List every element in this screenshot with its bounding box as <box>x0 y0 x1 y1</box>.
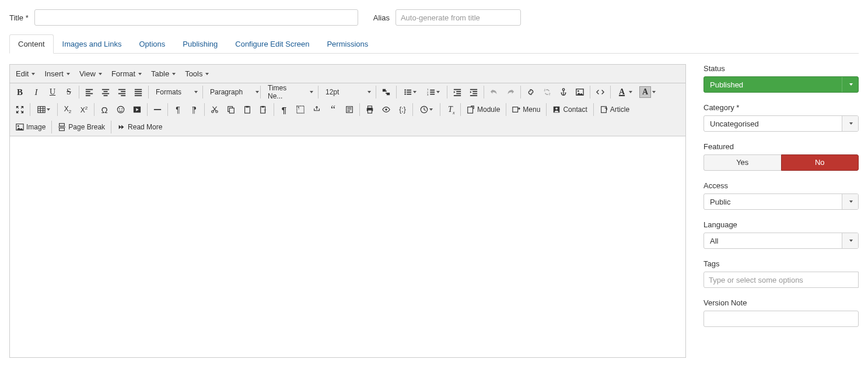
source-code-button[interactable] <box>592 85 608 100</box>
highlight-color-button[interactable]: A <box>636 85 659 100</box>
formats-select[interactable]: Formats <box>150 85 201 100</box>
clear-format-button[interactable]: Tx <box>442 102 459 117</box>
featured-yes[interactable]: Yes <box>704 154 781 171</box>
menu-table[interactable]: Table <box>148 66 179 81</box>
numbered-list-button[interactable]: 123 <box>422 85 445 100</box>
underline-button[interactable]: U <box>44 85 61 100</box>
editor-content-area[interactable] <box>9 136 686 358</box>
featured-no[interactable]: No <box>781 154 859 171</box>
tab-configure-edit[interactable]: Configure Edit Screen <box>226 34 318 54</box>
version-note-input[interactable] <box>704 311 859 327</box>
print-button[interactable] <box>362 102 378 117</box>
svg-rect-39 <box>60 124 65 126</box>
category-label: Category * <box>704 103 859 112</box>
svg-rect-27 <box>368 106 372 108</box>
italic-button[interactable]: I <box>28 85 44 100</box>
menu-format[interactable]: Format <box>108 66 145 81</box>
align-center-button[interactable] <box>97 85 114 100</box>
emoji-button[interactable] <box>113 102 129 117</box>
cut-button[interactable] <box>206 102 223 117</box>
status-select[interactable]: Published <box>704 76 859 93</box>
title-input[interactable] <box>34 9 358 26</box>
svg-rect-33 <box>513 107 518 112</box>
tab-permissions[interactable]: Permissions <box>318 34 377 54</box>
hr-button[interactable] <box>149 102 166 117</box>
fullscreen-button[interactable] <box>12 102 28 117</box>
font-size-select[interactable]: 12pt <box>320 85 374 100</box>
editor-menubar: Edit Insert View Format Table Tools <box>9 64 686 83</box>
svg-point-1 <box>404 92 406 93</box>
menu-tools[interactable]: Tools <box>181 66 212 81</box>
align-justify-button[interactable] <box>130 85 146 100</box>
image-insert-button[interactable]: Image <box>12 119 50 135</box>
alias-input[interactable] <box>396 9 521 26</box>
tab-publishing[interactable]: Publishing <box>174 34 226 54</box>
template-button[interactable] <box>341 102 358 117</box>
blockquote-button[interactable]: “ <box>325 102 341 117</box>
media-button[interactable] <box>129 102 145 117</box>
svg-rect-9 <box>38 107 45 113</box>
svg-point-2 <box>404 93 406 95</box>
special-char-button[interactable]: Ω <box>96 102 113 117</box>
undo-button[interactable] <box>486 85 502 100</box>
svg-point-16 <box>216 111 218 113</box>
table-button[interactable] <box>32 102 55 117</box>
font-family-select[interactable]: Times Ne... <box>262 85 316 100</box>
nbsp-button[interactable] <box>309 102 325 117</box>
page-break-button[interactable]: Page Break <box>54 119 109 135</box>
rtl-button[interactable]: ¶ <box>186 102 202 117</box>
preview-button[interactable] <box>378 102 394 117</box>
paste-text-button[interactable]: T <box>256 102 272 117</box>
language-select[interactable]: All <box>704 233 859 249</box>
bold-button[interactable]: B <box>12 85 28 100</box>
svg-rect-40 <box>60 128 65 131</box>
sidebar: Status Published Category * Uncategorise… <box>704 64 859 337</box>
svg-rect-36 <box>601 107 606 113</box>
alias-label: Alias <box>373 13 390 22</box>
module-button[interactable]: Module <box>463 102 504 117</box>
anchor-button[interactable] <box>555 85 572 100</box>
strikethrough-button[interactable]: S <box>61 85 77 100</box>
menu-edit[interactable]: Edit <box>12 66 38 81</box>
category-select[interactable]: Uncategorised <box>704 115 859 132</box>
access-select[interactable]: Public <box>704 193 859 210</box>
featured-label: Featured <box>704 142 859 151</box>
image-button[interactable] <box>572 85 588 100</box>
bullet-list-button[interactable] <box>398 85 422 100</box>
datetime-button[interactable] <box>415 102 438 117</box>
contact-button[interactable]: Contact <box>548 102 591 117</box>
show-invisible-button[interactable]: ¶ <box>276 102 292 117</box>
tab-images-links[interactable]: Images and Links <box>54 34 131 54</box>
codesample-button[interactable]: {;} <box>394 102 411 117</box>
menu-view[interactable]: View <box>76 66 106 81</box>
menu-insert-button[interactable]: Menu <box>508 102 544 117</box>
find-replace-button[interactable] <box>378 85 394 100</box>
superscript-button[interactable]: X2 <box>76 102 92 117</box>
outdent-button[interactable] <box>449 85 466 100</box>
block-select[interactable]: Paragraph <box>205 85 258 100</box>
unlink-button[interactable] <box>539 85 555 100</box>
editor-column: Edit Insert View Format Table Tools B I … <box>9 64 686 358</box>
article-button[interactable]: Article <box>596 102 634 117</box>
show-blocks-button[interactable]: ¶ <box>292 102 309 117</box>
text-color-button[interactable]: A <box>612 85 636 100</box>
align-left-button[interactable] <box>81 85 97 100</box>
ltr-button[interactable]: ¶ <box>170 102 186 117</box>
subscript-button[interactable]: X2 <box>60 102 76 117</box>
tab-content[interactable]: Content <box>9 34 54 54</box>
svg-text:T: T <box>264 109 267 113</box>
redo-button[interactable] <box>502 85 519 100</box>
tags-input[interactable] <box>704 272 859 288</box>
tags-label: Tags <box>704 259 859 268</box>
copy-button[interactable] <box>223 102 239 117</box>
svg-rect-18 <box>229 108 234 113</box>
tab-options[interactable]: Options <box>130 34 174 54</box>
paste-button[interactable] <box>239 102 256 117</box>
menu-insert[interactable]: Insert <box>41 66 74 81</box>
svg-point-15 <box>212 111 214 113</box>
align-right-button[interactable] <box>114 85 130 100</box>
read-more-button[interactable]: Read More <box>113 119 166 135</box>
featured-toggle: Yes No <box>704 154 859 171</box>
indent-button[interactable] <box>466 85 482 100</box>
link-button[interactable] <box>523 85 539 100</box>
